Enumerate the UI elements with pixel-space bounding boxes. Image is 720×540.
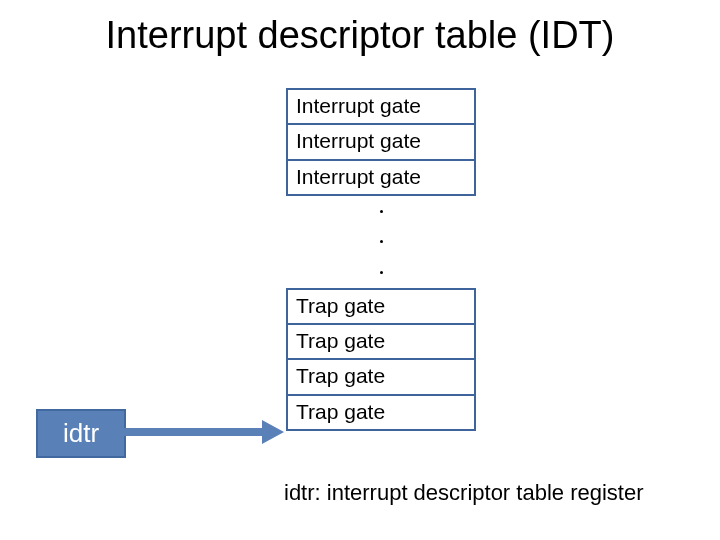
idtr-register-box: idtr bbox=[36, 409, 126, 458]
idt-entry: Interrupt gate bbox=[286, 123, 476, 160]
idt-entry: Trap gate bbox=[286, 288, 476, 325]
idt-entry: Trap gate bbox=[286, 358, 476, 395]
idt-entry: Interrupt gate bbox=[286, 88, 476, 125]
idt-entry: Interrupt gate bbox=[286, 159, 476, 196]
slide: Interrupt descriptor table (IDT) Interru… bbox=[0, 0, 720, 540]
idt-entry: Trap gate bbox=[286, 394, 476, 431]
idt-entry: Trap gate bbox=[286, 323, 476, 360]
idtr-caption: idtr: interrupt descriptor table registe… bbox=[284, 480, 644, 506]
page-title: Interrupt descriptor table (IDT) bbox=[0, 14, 720, 57]
arrow-right-icon bbox=[124, 423, 286, 441]
idt-table: Interrupt gate Interrupt gate Interrupt … bbox=[286, 88, 476, 431]
ellipsis-icon bbox=[286, 194, 476, 290]
